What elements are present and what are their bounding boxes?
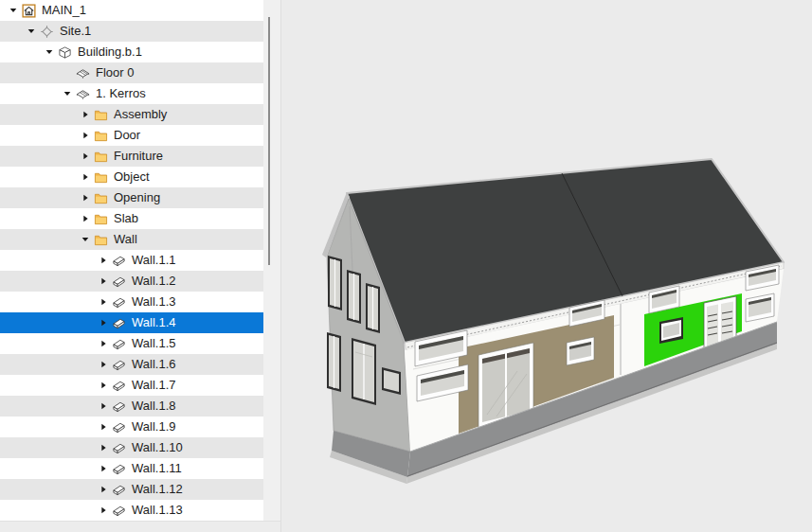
wall-icon: [110, 274, 128, 289]
collapse-arrow-icon[interactable]: [96, 358, 110, 371]
collapse-arrow-icon[interactable]: [96, 295, 110, 309]
collapse-arrow-icon[interactable]: [96, 254, 110, 267]
arrow-spacer: [60, 66, 74, 80]
gable-window[interactable]: [382, 367, 401, 395]
tree-item-object[interactable]: Object: [0, 167, 263, 187]
tree-item-label: Wall.1.12: [132, 479, 183, 500]
tree-item-1-kerros[interactable]: 1. Kerros: [0, 83, 263, 104]
tree-item-assembly[interactable]: Assembly: [0, 104, 263, 125]
tree-item-label: Wall.1.3: [132, 292, 175, 312]
collapse-arrow-icon[interactable]: [96, 483, 110, 496]
tree-item-label: Wall.1.7: [132, 375, 175, 396]
3d-scene-canvas[interactable]: [280, 0, 812, 532]
tree-item-label: Wall.1.10: [132, 437, 183, 458]
tree-item-wall-1-10[interactable]: Wall.1.10: [0, 437, 263, 458]
building-icon: [56, 44, 74, 60]
expand-arrow-icon[interactable]: [6, 4, 20, 17]
model-tree-panel: MAIN_1Site.1Building.b.1Floor 01. Kerros…: [0, 0, 263, 521]
wall-icon: [110, 399, 128, 414]
wall-icon: [110, 336, 128, 351]
tree-item-label: Wall: [114, 229, 137, 250]
tree-item-label: Site.1: [60, 21, 91, 42]
vertical-scrollbar[interactable]: [263, 0, 280, 521]
collapse-arrow-icon[interactable]: [96, 379, 110, 392]
tree-item-wall-1-3[interactable]: Wall.1.3: [0, 292, 263, 312]
collapse-arrow-icon[interactable]: [78, 170, 92, 184]
tree-item-floor-0[interactable]: Floor 0: [0, 62, 263, 83]
tree-item-label: Wall.1.5: [132, 333, 175, 354]
gable-window[interactable]: [327, 332, 341, 392]
tree-item-label: MAIN_1: [42, 0, 86, 21]
project-home-icon: [20, 3, 38, 18]
wall-icon: [110, 482, 128, 497]
tree-item-label: Wall.1.2: [132, 271, 175, 292]
vertical-scrollbar-thumb[interactable]: [268, 17, 270, 265]
expand-arrow-icon[interactable]: [42, 45, 56, 59]
tree-item-building-b-1[interactable]: Building.b.1: [0, 42, 263, 62]
gable-glazed-door[interactable]: [352, 338, 376, 405]
tree-item-site-1[interactable]: Site.1: [0, 21, 263, 42]
collapse-arrow-icon[interactable]: [96, 504, 110, 517]
collapse-arrow-icon[interactable]: [78, 212, 92, 225]
floor-icon: [74, 65, 92, 80]
folder-icon: [92, 190, 110, 205]
collapse-arrow-icon[interactable]: [78, 191, 92, 204]
expand-arrow-icon[interactable]: [78, 233, 92, 246]
expand-arrow-icon[interactable]: [60, 87, 74, 100]
tree-item-wall-1-7[interactable]: Wall.1.7: [0, 375, 263, 396]
tree-item-label: Wall.1.8: [132, 396, 175, 417]
wall-icon: [110, 461, 128, 476]
tree-item-slab[interactable]: Slab: [0, 208, 263, 229]
tree-item-opening[interactable]: Opening: [0, 187, 263, 208]
collapse-arrow-icon[interactable]: [78, 150, 92, 163]
folder-icon: [92, 232, 110, 247]
collapse-arrow-icon[interactable]: [96, 462, 110, 475]
tree-item-main-1[interactable]: MAIN_1: [0, 0, 263, 21]
collapse-arrow-icon[interactable]: [96, 420, 110, 434]
tree-item-wall-1-11[interactable]: Wall.1.11: [0, 458, 263, 479]
tree-item-label: Door: [114, 125, 140, 146]
collapse-arrow-icon[interactable]: [78, 129, 92, 142]
tree-item-label: Wall.1.4: [132, 312, 175, 333]
gable-window[interactable]: [347, 270, 361, 324]
tree-item-wall[interactable]: Wall: [0, 229, 263, 250]
collapse-arrow-icon[interactable]: [96, 337, 110, 350]
tree-item-wall-1-13[interactable]: Wall.1.13: [0, 500, 263, 521]
tree-item-label: Floor 0: [96, 62, 134, 83]
tree-item-wall-1-1[interactable]: Wall.1.1: [0, 250, 263, 271]
collapse-arrow-icon[interactable]: [96, 399, 110, 413]
expand-arrow-icon[interactable]: [24, 25, 38, 38]
tree-item-furniture[interactable]: Furniture: [0, 146, 263, 167]
collapse-arrow-icon[interactable]: [96, 275, 110, 288]
folder-icon: [92, 128, 110, 143]
horizontal-scrollbar[interactable]: [0, 521, 280, 532]
wall-icon: [110, 503, 128, 518]
tree-item-wall-1-2[interactable]: Wall.1.2: [0, 271, 263, 292]
collapse-arrow-icon[interactable]: [78, 108, 92, 121]
application-window: MAIN_1Site.1Building.b.1Floor 01. Kerros…: [0, 0, 812, 532]
tree-item-wall-1-9[interactable]: Wall.1.9: [0, 417, 263, 437]
collapse-arrow-icon[interactable]: [96, 316, 110, 329]
tree-item-door[interactable]: Door: [0, 125, 263, 146]
wall-icon: [110, 315, 128, 330]
collapse-arrow-icon[interactable]: [96, 441, 110, 454]
gable-window[interactable]: [328, 256, 342, 310]
site-icon: [38, 24, 56, 39]
building-3d-model[interactable]: [322, 159, 784, 484]
folder-icon: [92, 149, 110, 164]
tree-item-wall-1-12[interactable]: Wall.1.12: [0, 479, 263, 500]
tree-item-label: Wall.1.9: [132, 417, 175, 437]
tree-item-wall-1-8[interactable]: Wall.1.8: [0, 396, 263, 417]
gable-window[interactable]: [366, 283, 380, 333]
3d-viewport[interactable]: [280, 0, 812, 532]
tree-item-label: Wall.1.11: [132, 458, 182, 479]
tree-item-label: Building.b.1: [78, 42, 142, 62]
tree-item-wall-1-4[interactable]: Wall.1.4: [0, 312, 263, 333]
folder-icon: [92, 211, 110, 226]
tree-item-label: Opening: [114, 187, 160, 208]
folder-icon: [92, 107, 110, 122]
tree-item-wall-1-5[interactable]: Wall.1.5: [0, 333, 263, 354]
tree-item-wall-1-6[interactable]: Wall.1.6: [0, 354, 263, 375]
tree-item-label: Wall.1.6: [132, 354, 175, 375]
wall-icon: [110, 253, 128, 268]
